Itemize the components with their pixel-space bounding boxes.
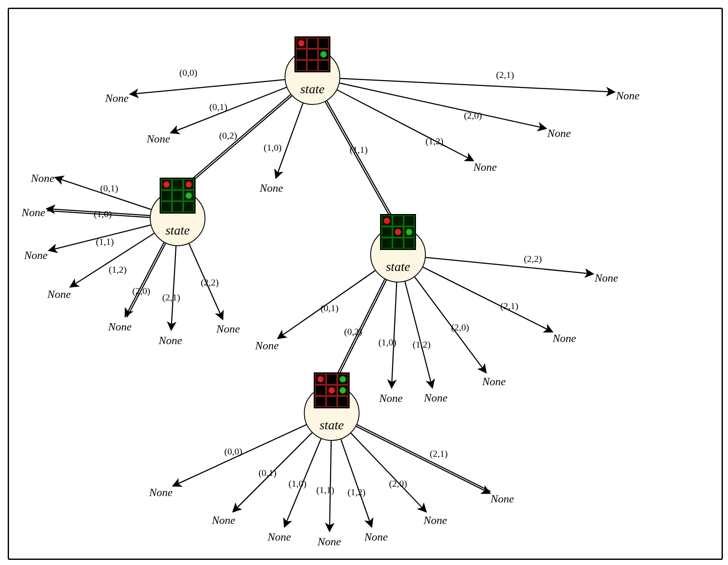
edge-label: (2,0) xyxy=(389,478,407,489)
edge-label: (0,0) xyxy=(224,446,242,457)
board-cell xyxy=(315,374,326,385)
svg-line-6 xyxy=(325,102,397,229)
svg-line-34 xyxy=(356,426,490,493)
leaf-label: None xyxy=(108,321,132,333)
svg-line-23 xyxy=(405,282,432,387)
edge-label: (0,2) xyxy=(344,326,362,337)
svg-line-26 xyxy=(426,257,593,274)
svg-line-17 xyxy=(171,246,176,330)
board-cell xyxy=(318,49,329,60)
tree-diagram: (0,0)None(0,1)None(0,2)(1,0)None(1,1)(1,… xyxy=(0,0,728,565)
board-cell xyxy=(337,396,348,407)
board-cell xyxy=(404,238,415,249)
board-cell xyxy=(307,60,318,71)
svg-line-32 xyxy=(351,433,426,511)
edge-label: (1,2) xyxy=(413,339,431,350)
leaf-label: None xyxy=(159,334,182,347)
game-board xyxy=(294,36,330,72)
leaf-label: None xyxy=(217,323,240,336)
red-piece-icon xyxy=(317,375,324,383)
edge-label: (0,2) xyxy=(219,130,237,141)
edge-label: (0,1) xyxy=(100,183,118,194)
red-piece-icon xyxy=(163,181,170,188)
edge-label: (2,0) xyxy=(464,110,482,121)
red-piece-icon xyxy=(328,387,336,394)
green-piece-icon xyxy=(339,387,347,394)
game-board xyxy=(160,178,196,214)
edge-label: (2,0) xyxy=(132,285,150,297)
edge-label: (2,0) xyxy=(451,322,469,333)
board-cell xyxy=(318,38,329,49)
green-piece-icon xyxy=(339,375,347,383)
leaf-label: None xyxy=(31,172,54,185)
leaf-label: None xyxy=(22,206,45,219)
board-cell xyxy=(381,226,392,238)
leaf-label: None xyxy=(553,332,576,345)
leaf-label: None xyxy=(318,535,341,548)
edge-label: (1,0) xyxy=(94,208,112,220)
edge-label: (1,2) xyxy=(425,136,443,147)
svg-line-4 xyxy=(276,103,303,178)
leaf-label: None xyxy=(212,514,235,527)
edge-label: (0,1) xyxy=(259,467,276,479)
green-piece-icon xyxy=(405,228,413,236)
edge-label: (1,2) xyxy=(109,264,127,275)
edge-label: (2,1) xyxy=(496,69,514,80)
board-cell xyxy=(326,396,337,407)
board-cell xyxy=(183,190,194,201)
red-piece-icon xyxy=(383,217,391,225)
leaf-label: None xyxy=(147,133,170,146)
board-cell xyxy=(404,215,415,226)
edge-label: (1,0) xyxy=(378,337,396,348)
leaf-label: None xyxy=(490,493,514,506)
edge-label: (1,2) xyxy=(348,487,365,498)
edge-label: (1,0) xyxy=(264,142,282,153)
edge-label: (2,1) xyxy=(162,292,180,303)
edge-label: (1,1) xyxy=(316,485,334,496)
board-cell xyxy=(296,49,307,60)
leaf-label: None xyxy=(260,182,283,195)
leaf-label: None xyxy=(594,272,618,285)
leaf-label: None xyxy=(48,288,71,301)
leaf-label: None xyxy=(424,514,447,527)
edge-label: (0,1) xyxy=(209,101,227,113)
board-cell xyxy=(183,179,194,190)
board-cell xyxy=(172,201,183,212)
edge-label: (2,2) xyxy=(201,277,219,288)
board-cell xyxy=(315,385,326,396)
leaf-label: None xyxy=(105,92,129,105)
leaf-label: None xyxy=(473,161,497,174)
board-cell xyxy=(404,226,415,238)
leaf-label: None xyxy=(424,392,448,404)
board-cell xyxy=(318,60,329,71)
board-cell xyxy=(307,38,318,49)
red-piece-icon xyxy=(394,228,402,236)
edge-label: (2,2) xyxy=(524,253,542,265)
edge-label: (1,0) xyxy=(288,478,306,489)
leaf-label: None xyxy=(267,531,291,544)
svg-line-1 xyxy=(171,87,287,133)
board-cell xyxy=(161,190,172,201)
edge-label: (2,1) xyxy=(430,448,448,459)
board-cell xyxy=(392,226,404,238)
board-cell xyxy=(161,179,172,190)
svg-line-16 xyxy=(125,243,164,316)
svg-line-33 xyxy=(357,425,490,491)
game-board xyxy=(380,214,416,250)
leaf-label: None xyxy=(547,127,571,140)
leaf-label: None xyxy=(616,89,640,102)
red-piece-icon xyxy=(297,39,305,47)
edge-label: (1,1) xyxy=(96,236,114,247)
board-cell xyxy=(307,49,318,60)
leaf-label: None xyxy=(379,392,403,405)
edge-label: (2,1) xyxy=(500,300,518,312)
leaf-label: None xyxy=(482,375,506,388)
edge-label: (0,1) xyxy=(321,303,339,314)
svg-line-9 xyxy=(340,78,614,92)
leaf-label: None xyxy=(255,339,279,352)
board-cell xyxy=(296,60,307,71)
board-cell xyxy=(381,238,392,249)
node-label: state xyxy=(166,223,190,238)
board-cell xyxy=(296,38,307,49)
board-cell xyxy=(315,396,326,407)
